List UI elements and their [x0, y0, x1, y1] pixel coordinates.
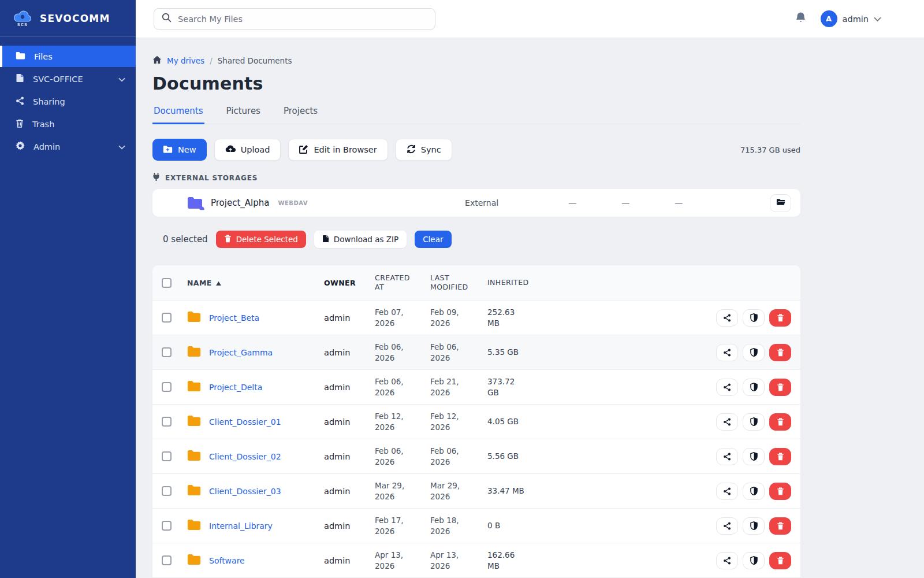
shield-button[interactable] [743, 552, 765, 569]
external-storage-row[interactable]: Project_Alpha WEBDAV External — — — [152, 189, 800, 217]
shield-button[interactable] [743, 309, 765, 327]
size-cell: 33.47 MB [487, 486, 528, 496]
share-button[interactable] [716, 552, 738, 569]
trash-icon [224, 235, 232, 244]
user-menu[interactable]: A admin [821, 10, 881, 27]
sidebar-item-trash[interactable]: Trash [0, 113, 136, 135]
share-button[interactable] [716, 448, 738, 465]
row-checkbox[interactable] [162, 521, 172, 531]
shield-button[interactable] [743, 448, 765, 465]
file-name-link[interactable]: Client_Dossier_02 [209, 452, 281, 461]
row-checkbox[interactable] [162, 382, 172, 392]
file-name-link[interactable]: Software [209, 556, 245, 565]
share-button[interactable] [716, 379, 738, 396]
file-name-link[interactable]: Internal_Library [209, 521, 273, 531]
shield-button[interactable] [743, 517, 765, 535]
external-storages-header: EXTERNAL STORAGES [152, 172, 800, 183]
user-name: admin [843, 14, 869, 24]
app-root: SCS SEVOCOMM Files SVC-OFFICE Sharing Tr… [0, 0, 924, 578]
share-icon [16, 97, 24, 107]
cloud-upload-icon [225, 145, 236, 155]
file-name-link[interactable]: Client_Dossier_01 [209, 417, 281, 427]
breadcrumb-separator: / [210, 56, 213, 65]
share-button[interactable] [716, 413, 738, 431]
delete-selected-button[interactable]: Delete Selected [216, 231, 306, 248]
gear-icon [16, 141, 25, 152]
edit-in-browser-button[interactable]: Edit in Browser [288, 139, 388, 161]
external-storage-protocol: WEBDAV [278, 200, 308, 206]
delete-row-button[interactable] [769, 517, 791, 535]
sidebar-item-admin[interactable]: Admin [0, 136, 136, 157]
avatar: A [821, 10, 837, 27]
delete-row-button[interactable] [769, 379, 791, 396]
delete-row-button[interactable] [769, 448, 791, 465]
file-name-link[interactable]: Project_Beta [209, 313, 259, 323]
file-name-link[interactable]: Project_Gamma [209, 348, 273, 357]
search-input[interactable] [178, 14, 427, 24]
row-checkbox[interactable] [162, 486, 172, 496]
table-row: Client_Dossier_01 admin Feb 12, 2026 Feb… [152, 404, 800, 439]
folder-icon [187, 522, 201, 533]
folder-open-icon [776, 198, 785, 208]
tab-pictures[interactable]: Pictures [225, 102, 262, 124]
row-checkbox[interactable] [162, 555, 172, 565]
sync-button[interactable]: Sync [396, 139, 452, 161]
share-button[interactable] [716, 309, 738, 327]
logo-subtext: SCS [17, 23, 28, 27]
bell-icon[interactable] [795, 12, 806, 26]
folder-icon [187, 453, 201, 464]
sidebar-item-sharing[interactable]: Sharing [0, 91, 136, 112]
share-button[interactable] [716, 517, 738, 535]
brand-name: SEVOCOMM [40, 13, 110, 24]
tab-projects[interactable]: Projects [282, 102, 319, 124]
delete-row-button[interactable] [769, 483, 791, 500]
clear-selection-button[interactable]: Clear [415, 231, 451, 248]
home-icon[interactable] [152, 55, 162, 66]
created-cell: Feb 06, 2026 [375, 342, 411, 362]
sort-asc-icon [216, 279, 221, 287]
breadcrumb-current: Shared Documents [218, 56, 292, 65]
delete-row-button[interactable] [769, 552, 791, 569]
file-name-link[interactable]: Client_Dossier_03 [209, 487, 281, 496]
open-external-storage-button[interactable] [770, 194, 791, 212]
share-button[interactable] [716, 483, 738, 500]
shield-button[interactable] [743, 379, 765, 396]
table-row: Project_Delta admin Feb 06, 2026 Feb 21,… [152, 369, 800, 404]
edit-button-label: Edit in Browser [314, 145, 377, 154]
delete-selected-label: Delete Selected [236, 235, 298, 244]
owner-cell: admin [324, 487, 375, 496]
upload-button[interactable]: Upload [214, 139, 281, 161]
column-header-inherited[interactable]: INHERITED [487, 278, 539, 287]
row-checkbox[interactable] [162, 347, 172, 357]
shield-button[interactable] [743, 483, 765, 500]
sidebar-item-files[interactable]: Files [0, 46, 136, 67]
shield-button[interactable] [743, 413, 765, 431]
column-header-owner[interactable]: OWNER [324, 279, 375, 287]
size-cell: 5.35 GB [487, 347, 528, 357]
file-name-link[interactable]: Project_Delta [209, 383, 262, 392]
select-all-checkbox[interactable] [162, 278, 172, 288]
external-storage-name[interactable]: Project_Alpha [211, 198, 269, 208]
chevron-down-icon [118, 75, 125, 84]
folder-icon [187, 314, 201, 325]
new-button[interactable]: New [152, 139, 207, 161]
column-header-modified[interactable]: LAST MODIFIED [430, 273, 472, 292]
row-checkbox[interactable] [162, 313, 172, 323]
search-box[interactable] [154, 8, 435, 30]
download-zip-label: Download as ZIP [334, 235, 398, 244]
shield-button[interactable] [743, 344, 765, 361]
share-button[interactable] [716, 344, 738, 361]
clear-selection-label: Clear [423, 235, 443, 244]
column-header-created[interactable]: CREATED AT [375, 273, 416, 292]
row-checkbox[interactable] [162, 451, 172, 461]
delete-row-button[interactable] [769, 344, 791, 361]
tab-documents[interactable]: Documents [152, 102, 204, 124]
row-checkbox[interactable] [162, 417, 172, 427]
delete-row-button[interactable] [769, 309, 791, 327]
delete-row-button[interactable] [769, 413, 791, 431]
download-zip-button[interactable]: Download as ZIP [314, 231, 407, 248]
column-header-name[interactable]: NAME [187, 279, 324, 287]
sidebar-item-svc-office[interactable]: SVC-OFFICE [0, 68, 136, 90]
breadcrumb-link-my-drives[interactable]: My drives [167, 56, 204, 65]
sync-icon [407, 144, 416, 155]
